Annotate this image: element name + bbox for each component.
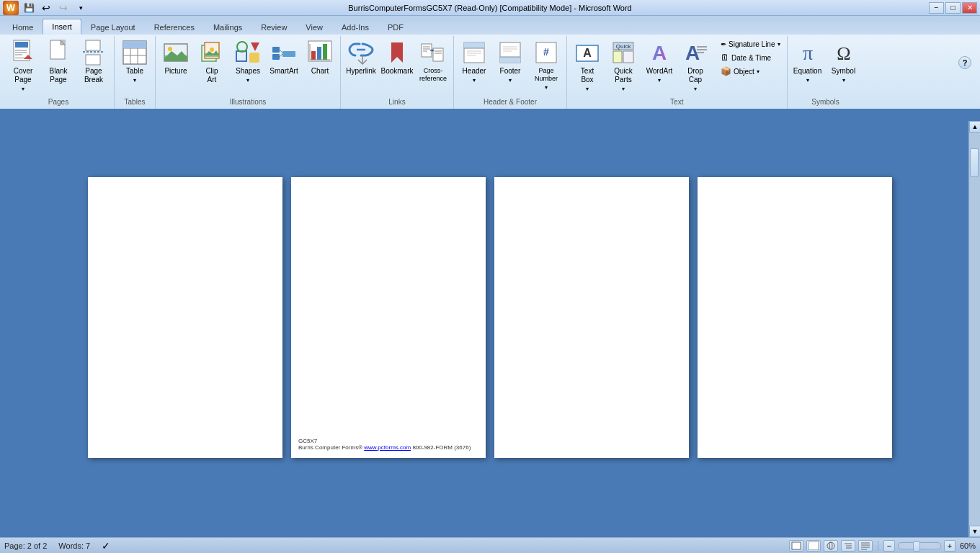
tab-review[interactable]: Review bbox=[251, 19, 296, 35]
zoom-slider-thumb[interactable] bbox=[913, 541, 920, 552]
table-arrow: ▾ bbox=[133, 77, 136, 84]
quick-access-undo[interactable]: ↩ bbox=[39, 1, 53, 14]
pcforms-link[interactable]: www.pcforms.com bbox=[364, 444, 411, 451]
symbol-button[interactable]: Ω Symbol ▾ bbox=[827, 37, 861, 86]
svg-rect-64 bbox=[500, 57, 520, 63]
bookmark-button[interactable]: Bookmark bbox=[380, 37, 414, 85]
tab-references[interactable]: References bbox=[145, 19, 204, 35]
signature-line-label: Signature Line bbox=[729, 40, 775, 48]
signature-line-icon: ✒ bbox=[721, 40, 726, 48]
picture-button[interactable]: Picture bbox=[159, 37, 193, 85]
svg-rect-5 bbox=[15, 58, 25, 58]
scroll-thumb[interactable] bbox=[970, 148, 979, 177]
footer-arrow: ▾ bbox=[509, 77, 512, 84]
svg-text:π: π bbox=[802, 42, 812, 64]
blank-page-button[interactable]: BlankPage bbox=[41, 37, 76, 86]
tab-pdf[interactable]: PDF bbox=[378, 19, 413, 35]
quick-access-redo[interactable]: ↪ bbox=[56, 1, 71, 14]
tab-page-layout[interactable]: Page Layout bbox=[81, 19, 145, 35]
cross-reference-label: Cross-reference bbox=[418, 67, 448, 83]
window-title: BurrisComputerFormsGC5X7 (Read-Only) [Co… bbox=[348, 4, 631, 12]
pages-group-label: Pages bbox=[6, 96, 111, 107]
document-area: GC5X7 Burris Computer Forms® www.pcforms… bbox=[0, 109, 980, 526]
draft-view-button[interactable] bbox=[858, 540, 873, 552]
svg-point-32 bbox=[237, 42, 247, 52]
title-bar-left: W 💾 ↩ ↪ ▾ bbox=[3, 1, 88, 15]
smartart-button[interactable]: SmartArt bbox=[267, 37, 301, 85]
svg-text:Quick: Quick bbox=[616, 43, 631, 50]
cross-reference-icon bbox=[420, 40, 446, 66]
tab-view[interactable]: View bbox=[296, 19, 332, 35]
page-2-content bbox=[291, 177, 486, 458]
svg-rect-21 bbox=[130, 41, 138, 48]
tab-add-ins[interactable]: Add-Ins bbox=[332, 19, 378, 35]
page-break-button[interactable]: PageBreak bbox=[76, 37, 111, 86]
signature-line-button[interactable]: ✒ Signature Line ▾ bbox=[717, 37, 784, 50]
maximize-button[interactable]: □ bbox=[945, 2, 961, 14]
clip-art-button[interactable]: ClipArt bbox=[195, 37, 229, 86]
smartart-label: SmartArt bbox=[270, 67, 298, 76]
svg-rect-1 bbox=[15, 42, 28, 48]
drop-cap-button[interactable]: A DropCap ▾ bbox=[678, 37, 713, 95]
shapes-label: Shapes bbox=[236, 67, 260, 76]
tab-home[interactable]: Home bbox=[3, 19, 43, 35]
wordart-button[interactable]: A WordArt ▾ bbox=[642, 37, 677, 86]
quick-parts-button[interactable]: Quick QuickParts ▾ bbox=[606, 37, 641, 95]
shapes-icon bbox=[235, 40, 261, 66]
shapes-button[interactable]: Shapes ▾ bbox=[231, 37, 265, 86]
scroll-down-button[interactable]: ▼ bbox=[969, 526, 980, 537]
table-icon bbox=[122, 40, 148, 66]
zoom-out-button[interactable]: − bbox=[883, 540, 895, 552]
symbols-group-label: Symbols bbox=[790, 96, 861, 107]
svg-line-36 bbox=[280, 50, 282, 53]
cover-page-label: CoverPage bbox=[14, 67, 33, 84]
minimize-button[interactable]: − bbox=[929, 2, 944, 14]
drop-cap-arrow: ▾ bbox=[694, 86, 697, 93]
page-number-button[interactable]: # PageNumber ▾ bbox=[529, 37, 564, 93]
office-logo[interactable]: W bbox=[3, 1, 19, 15]
ribbon-group-text: A TextBox ▾ Quick Qui bbox=[567, 36, 788, 109]
header-button[interactable]: Header ▾ bbox=[457, 37, 491, 86]
page-4-content bbox=[698, 177, 892, 458]
equation-button[interactable]: π Equation ▾ bbox=[790, 37, 825, 86]
full-screen-view-button[interactable] bbox=[806, 540, 821, 552]
quick-parts-icon: Quick bbox=[610, 40, 636, 66]
scroll-up-button[interactable]: ▲ bbox=[969, 121, 980, 132]
header-icon bbox=[461, 40, 487, 66]
date-time-button[interactable]: 🗓 Date & Time bbox=[717, 51, 784, 64]
close-button[interactable]: ✕ bbox=[962, 2, 977, 14]
zoom-slider[interactable] bbox=[898, 542, 941, 549]
tab-mailings[interactable]: Mailings bbox=[204, 19, 251, 35]
footer-button[interactable]: Footer ▾ bbox=[493, 37, 527, 86]
zoom-in-button[interactable]: + bbox=[944, 540, 956, 552]
text-box-button[interactable]: A TextBox ▾ bbox=[570, 37, 605, 95]
object-button[interactable]: 📦 Object ▾ bbox=[717, 65, 784, 78]
web-layout-view-button[interactable] bbox=[824, 540, 838, 552]
quick-access-dropdown[interactable]: ▾ bbox=[74, 1, 88, 14]
quick-access-save[interactable]: 💾 bbox=[22, 1, 36, 14]
cover-page-button[interactable]: CoverPage ▾ bbox=[6, 37, 40, 95]
svg-rect-22 bbox=[138, 41, 146, 48]
title-bar: W 💾 ↩ ↪ ▾ BurrisComputerFormsGC5X7 (Read… bbox=[0, 0, 980, 16]
equation-icon: π bbox=[795, 40, 821, 66]
print-layout-view-button[interactable] bbox=[789, 540, 803, 552]
svg-rect-34 bbox=[272, 47, 280, 53]
text-box-icon: A bbox=[574, 40, 600, 66]
table-button[interactable]: Table ▾ bbox=[117, 37, 152, 86]
page-footer-line1: GC5X7 bbox=[298, 438, 471, 444]
svg-rect-35 bbox=[272, 54, 280, 60]
help-button[interactable]: ? bbox=[958, 56, 971, 69]
page-4 bbox=[698, 177, 892, 458]
hyperlink-label: Hyperlink bbox=[346, 67, 376, 76]
spell-check-icon[interactable]: ✓ bbox=[102, 540, 110, 552]
hyperlink-button[interactable]: Hyperlink bbox=[344, 37, 378, 85]
cross-reference-button[interactable]: Cross-reference bbox=[416, 37, 450, 85]
tab-insert[interactable]: Insert bbox=[43, 19, 81, 35]
outline-view-button[interactable] bbox=[841, 540, 855, 552]
chart-icon bbox=[307, 40, 333, 66]
svg-point-87 bbox=[829, 542, 832, 549]
cover-page-icon bbox=[10, 40, 36, 66]
header-arrow: ▾ bbox=[473, 77, 476, 84]
page-break-label: PageBreak bbox=[84, 67, 103, 84]
chart-button[interactable]: Chart bbox=[303, 37, 337, 85]
